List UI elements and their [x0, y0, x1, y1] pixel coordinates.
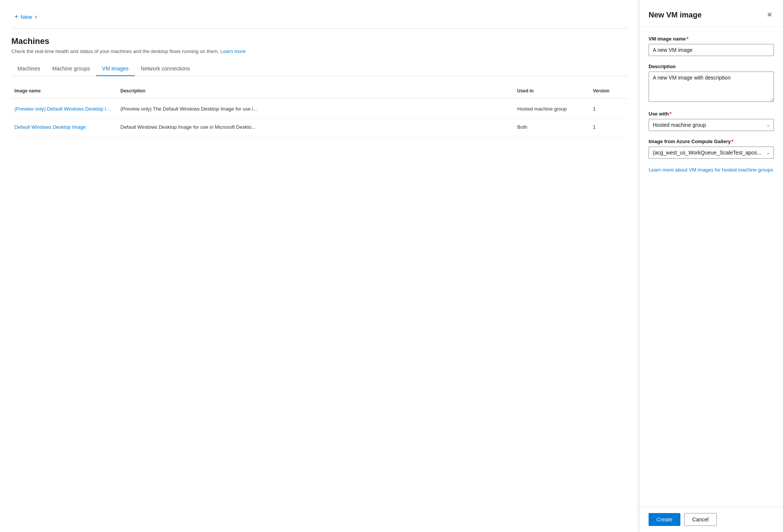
panel-title: New VM image — [649, 11, 702, 19]
cell-used-in-1: Both — [514, 123, 590, 131]
table-row: Default Windows Desktop Image Default Wi… — [11, 118, 628, 136]
cell-description-1: Default Windows Desktop Image for use in… — [117, 123, 514, 131]
new-button[interactable]: + New ∨ — [11, 11, 41, 22]
close-icon: ✕ — [767, 11, 772, 19]
page-title: Machines — [11, 36, 628, 46]
vm-images-learn-more-link[interactable]: Learn more about VM images for hosted ma… — [649, 166, 774, 174]
page-header: Machines Check the real-time health and … — [11, 36, 628, 54]
cell-used-in-0: Hosted machine group — [514, 105, 590, 113]
page-subtitle: Check the real-time health and status of… — [11, 48, 628, 54]
col-header-description: Description — [117, 87, 514, 95]
panel-header: New VM image ✕ — [640, 0, 783, 27]
cell-version-1: 1 — [590, 123, 628, 131]
cell-image-name-1[interactable]: Default Windows Desktop Image — [11, 123, 117, 131]
side-panel: New VM image ✕ VM image name* Descriptio… — [639, 0, 783, 532]
tab-machine-groups[interactable]: Machine groups — [46, 62, 96, 76]
description-textarea[interactable]: A new VM image with description — [649, 72, 774, 102]
use-with-label: Use with* — [649, 111, 774, 117]
plus-icon: + — [14, 13, 19, 21]
required-star: * — [686, 36, 688, 42]
table-container: Image name Description Used in Version (… — [11, 84, 628, 136]
image-gallery-select[interactable]: (acg_west_us_WorkQueue_ScaleTest_apos... — [649, 147, 774, 159]
vm-image-name-group: VM image name* — [649, 36, 774, 56]
cell-version-0: 1 — [590, 105, 628, 113]
cancel-button[interactable]: Cancel — [684, 513, 717, 526]
use-with-select[interactable]: Hosted machine group Both — [649, 119, 774, 131]
description-label: Description — [649, 64, 774, 69]
use-with-select-wrapper: Hosted machine group Both ⌄ — [649, 119, 774, 131]
col-header-image-name: Image name — [11, 87, 117, 95]
col-header-version: Version — [590, 87, 628, 95]
cell-description-0: (Preview only) The Default Windows Deskt… — [117, 105, 514, 113]
vm-image-name-label: VM image name* — [649, 36, 774, 42]
learn-more-link[interactable]: Learn more — [220, 48, 245, 54]
subtitle-text: Check the real-time health and status of… — [11, 48, 219, 54]
new-button-label: New — [21, 14, 32, 20]
table-row: (Preview only) Default Windows Desktop I… — [11, 100, 628, 118]
required-star-2: * — [669, 111, 671, 117]
cell-image-name-0[interactable]: (Preview only) Default Windows Desktop I… — [11, 105, 117, 113]
top-bar: + New ∨ — [11, 8, 628, 29]
description-group: Description A new VM image with descript… — [649, 64, 774, 103]
image-gallery-label: Image from Azure Compute Gallery* — [649, 139, 774, 144]
close-button[interactable]: ✕ — [765, 9, 774, 20]
tab-network-connections[interactable]: Network connections — [135, 62, 196, 76]
create-button[interactable]: Create — [649, 513, 680, 526]
tabs: Machines Machine groups VM images Networ… — [11, 62, 628, 76]
tab-vm-images[interactable]: VM images — [96, 62, 135, 76]
panel-body: VM image name* Description A new VM imag… — [640, 27, 783, 507]
table-header: Image name Description Used in Version — [11, 84, 628, 98]
required-star-3: * — [732, 139, 733, 144]
vm-image-name-input[interactable] — [649, 44, 774, 56]
chevron-down-icon: ∨ — [34, 14, 37, 19]
main-content: + New ∨ Machines Check the real-time hea… — [0, 0, 639, 532]
image-gallery-group: Image from Azure Compute Gallery* (acg_w… — [649, 139, 774, 159]
tab-machines[interactable]: Machines — [11, 62, 46, 76]
panel-footer: Create Cancel — [640, 507, 783, 532]
col-header-used-in: Used in — [514, 87, 590, 95]
use-with-group: Use with* Hosted machine group Both ⌄ — [649, 111, 774, 131]
image-gallery-select-wrapper: (acg_west_us_WorkQueue_ScaleTest_apos...… — [649, 147, 774, 159]
